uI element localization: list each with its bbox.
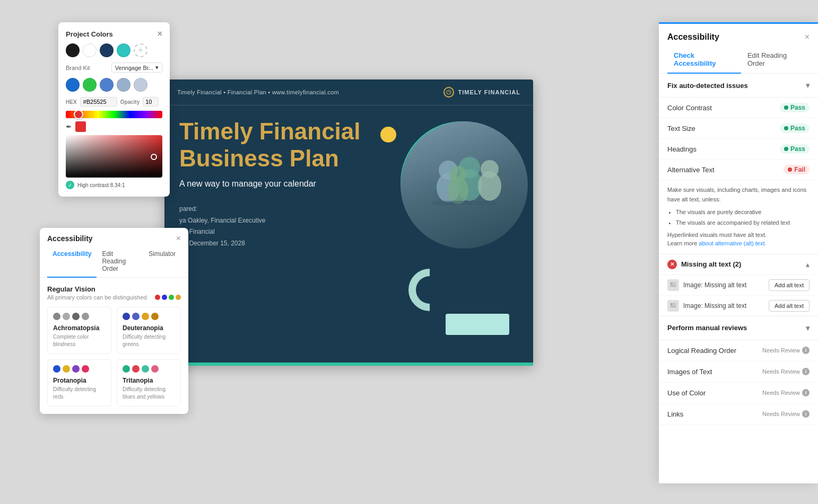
pass-dot [784,126,788,130]
check-row-text-size: Text Size Pass [659,118,818,139]
headings-status: Pass [790,145,805,153]
dot-3 [142,365,149,373]
swatch-green[interactable] [83,78,97,92]
logical-reading-label: Logical Reading Order [667,347,736,355]
check-row-alt-text: Alternative Text Fail [659,160,818,180]
swatch-black[interactable] [66,43,80,57]
alt-bullet-2: The visuals are accompanied by related t… [676,218,810,228]
dot-red [155,295,160,300]
alt-text-link[interactable]: about alternative (alt) text. [699,240,766,246]
image-row-1-label: Image: Missing alt text [683,281,746,289]
deuteranopia-dots [123,313,175,320]
vision-card-tritanopia[interactable]: Tritanopia Difficulty detecting blues an… [117,359,181,406]
auto-detected-chevron: ▾ [806,81,810,90]
swatch-pale-blue[interactable] [134,78,147,92]
picker-handle[interactable] [151,154,157,160]
swatch-dark-blue[interactable] [100,43,114,57]
accessibility-small-header: Accessibility × [40,228,188,243]
dot-1 [123,365,130,373]
slide-header: Timely Financial • Financial Plan • www.… [164,79,533,105]
image-icon-2 [667,300,679,312]
dot-3 [72,313,80,320]
accessibility-big-close[interactable]: × [805,33,810,41]
review-row-images-text: Images of Text Needs Review i [659,361,818,383]
hex-input[interactable] [80,97,117,107]
use-of-color-badge: Needs Review i [762,389,810,396]
auto-detected-accordion: Fix auto-detected issues ▾ [659,74,818,98]
review-row-use-of-color: Use of Color Needs Review i [659,383,818,404]
accessibility-big-header: Accessibility × [659,24,818,42]
info-icon-logical[interactable]: i [802,347,810,354]
manual-review-header[interactable]: Perform manual reviews ▾ [659,316,818,340]
brand-kit-row: Brand Kit Venngage Br... ▾ [66,63,162,73]
alt-text-learn-more: Learn more about alternative (alt) text. [667,240,810,246]
achromatopsia-desc: Complete color blindness [53,333,106,348]
info-icon-images-text[interactable]: i [802,368,810,375]
deco-arc [399,260,459,320]
tab-accessibility[interactable]: Accessibility [47,247,97,278]
big-tab-reading-order[interactable]: Edit Reading Order [741,47,810,74]
vision-card-achromatopsia[interactable]: Achromatopsia Complete color blindness [47,307,111,354]
color-contrast-status: Pass [790,104,805,111]
auto-detected-header[interactable]: Fix auto-detected issues ▾ [659,74,818,97]
dot-3 [142,313,149,320]
deuteranopia-desc: Difficulty detecting greens [123,333,175,348]
info-icon-color[interactable]: i [802,389,810,396]
color-swatches-row: + [66,43,162,57]
info-icon-links[interactable]: i [802,410,810,418]
swatch-mid-blue[interactable] [100,78,114,92]
vision-section: Regular Vision All primary colors can be… [40,278,188,414]
colors-panel-close[interactable]: × [158,30,162,38]
opacity-label: Opacity [120,99,140,105]
big-tab-check[interactable]: Check Accessibility [667,47,741,74]
accessibility-big-panel: Accessibility × Check Accessibility Edit… [659,22,818,483]
vision-card-deuteranopia[interactable]: Deuteranopia Difficulty detecting greens [117,307,181,354]
current-color-swatch[interactable] [75,121,86,132]
gradient-swatches-row [66,78,162,92]
add-color-button[interactable]: + [134,43,147,57]
high-contrast-check-icon: ✓ [66,181,74,189]
brand-kit-select[interactable]: Venngage Br... ▾ [111,63,162,73]
accessibility-small-close[interactable]: × [176,234,181,243]
review-row-links: Links Needs Review i [659,404,818,425]
accessibility-big-tabs: Check Accessibility Edit Reading Order [659,47,818,74]
tab-reading-order[interactable]: Edit Reading Order [97,247,143,278]
colors-panel-title: Project Colors × [66,30,162,38]
alt-text-description-section: Make sure visuals, including charts, ima… [659,180,818,254]
dot-4 [82,313,89,320]
alt-text-label: Alternative Text [667,166,715,174]
swatch-white[interactable] [83,43,97,57]
headings-badge: Pass [780,144,810,154]
alt-text-description: Make sure visuals, including charts, ima… [667,185,810,204]
manual-review-chevron: ▾ [806,324,810,332]
dot-4 [151,365,159,373]
check-row-headings: Headings Pass [659,139,818,160]
vision-card-protanopia[interactable]: Protanopia Difficulty detecting reds [47,359,111,406]
missing-alt-header[interactable]: ✕ Missing alt text (2) ▴ [659,254,818,275]
image-row-2-label: Image: Missing alt text [683,302,746,310]
hex-row: HEX Opacity [66,97,162,107]
swatch-blue[interactable] [66,78,80,92]
tab-simulator[interactable]: Simulator [143,247,181,278]
add-alt-text-button-2[interactable]: Add alt text [769,300,810,312]
swatch-light-blue[interactable] [117,78,130,92]
image-row-2-left: Image: Missing alt text [667,300,746,312]
brand-kit-value: Venngage Br... [115,65,153,71]
protanopia-desc: Difficulty detecting reds [53,386,106,401]
swatch-teal[interactable] [117,43,130,57]
color-picker-gradient[interactable] [66,135,162,178]
slide-brand: TIMELY FINANCIAL [443,87,520,98]
headings-label: Headings [667,145,697,153]
dot-4 [151,313,159,320]
fail-dot [788,167,792,172]
color-spectrum[interactable] [66,111,162,118]
opacity-input[interactable] [143,97,159,107]
add-alt-text-button-1[interactable]: Add alt text [769,279,810,291]
eyedropper-icon[interactable]: ✒ [66,122,72,131]
hex-label: HEX [66,99,77,105]
spectrum-handle[interactable] [74,110,83,119]
images-text-badge: Needs Review i [762,368,810,375]
missing-alt-chevron: ▴ [806,260,810,269]
regular-vision-dots [155,295,181,300]
dot-green [169,295,174,300]
